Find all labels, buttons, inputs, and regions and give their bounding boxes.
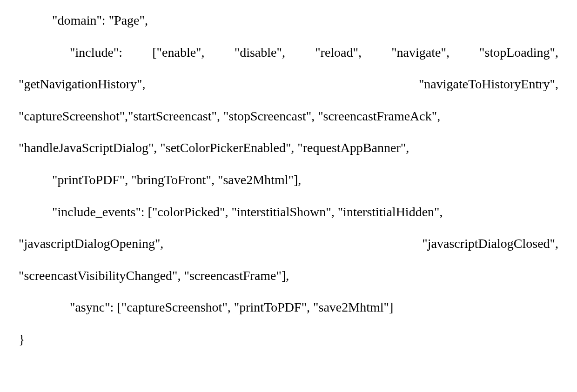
code-text: "printToPDF", "bringToFront", "save2Mhtm… [52,173,301,187]
code-text: "handleJavaScriptDialog", "setColorPicke… [19,140,409,155]
code-line-include-screencast: "captureScreenshot","startScreencast", "… [19,100,558,133]
code-line-include-end: "printToPDF", "bringToFront", "save2Mhtm… [19,164,558,196]
code-line-include-nav: "getNavigationHistory", "navigateToHisto… [19,68,558,100]
code-text: "disable", [235,37,285,69]
code-text: "javascriptDialogClosed", [422,228,558,260]
code-text: "screencastVisibilityChanged", "screenca… [19,268,289,283]
code-text: "reload", [315,37,362,69]
code-text: "getNavigationHistory", [19,68,145,100]
code-line-async: "async": ["captureScreenshot", "printToP… [19,292,558,324]
code-text: "javascriptDialogOpening", [19,228,163,260]
code-line-include-events-start: "include_events": ["colorPicked", "inter… [19,196,558,228]
code-line-include-dialog: "handleJavaScriptDialog", "setColorPicke… [19,132,558,164]
code-line-include-start: "include": ["enable", "disable", "reload… [19,37,558,69]
code-text: "include": [70,37,122,69]
code-text: "captureScreenshot","startScreencast", "… [19,109,440,123]
code-text: "async": ["captureScreenshot", "printToP… [70,300,393,314]
code-block: "domain": "Page", "include": ["enable", … [19,5,558,356]
code-text: "include_events": ["colorPicked", "inter… [52,205,443,219]
code-line-screencast-events: "screencastVisibilityChanged", "screenca… [19,260,558,292]
code-line-js-dialog: "javascriptDialogOpening", "javascriptDi… [19,228,558,260]
code-text: "navigate", [391,37,450,69]
code-text: "domain": "Page", [52,13,148,27]
code-text: "navigateToHistoryEntry", [419,68,558,100]
code-line-closing-brace: } [19,324,558,356]
code-line-domain: "domain": "Page", [19,5,558,37]
code-text: "stopLoading", [479,37,558,69]
code-text: } [19,332,25,346]
code-text: ["enable", [152,37,204,69]
